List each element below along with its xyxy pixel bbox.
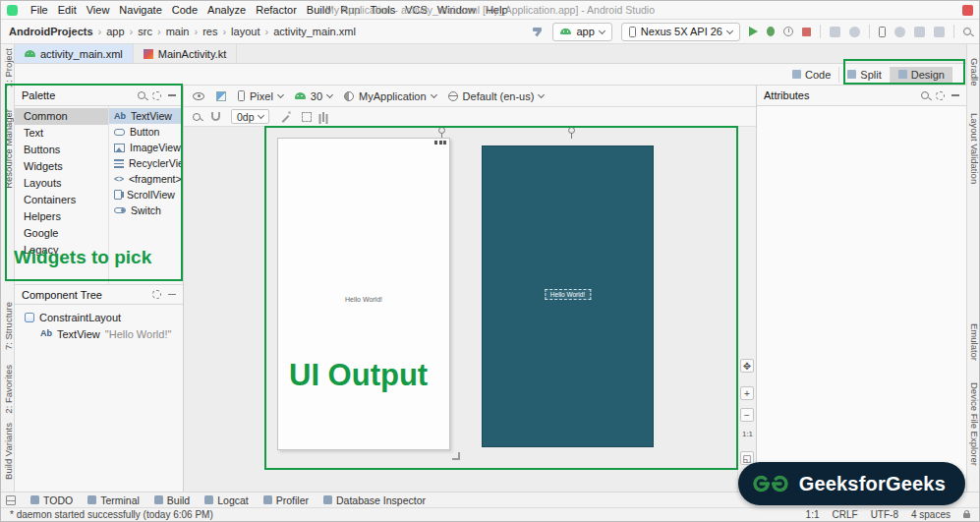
guidelines-icon[interactable] [302,112,312,122]
tool-button-logcat[interactable]: Logcat [204,494,249,506]
indent-selector[interactable]: 4 spaces [911,509,951,520]
menu-navigate[interactable]: Navigate [114,4,166,16]
run-button[interactable] [749,27,758,36]
autoconnect-magnet-icon[interactable] [211,112,220,121]
sidebar-item-build-variants[interactable]: Build Variants [3,423,14,480]
tool-button-build[interactable]: Build [154,494,190,506]
align-icon[interactable] [322,112,324,122]
line-ending-selector[interactable]: CRLF [833,509,858,520]
view-mode-split[interactable]: Split [838,67,889,83]
palette-item-fragment[interactable]: <fragment> [109,171,183,187]
hide-panel-icon[interactable] [168,94,176,96]
profile-button[interactable] [783,27,793,36]
palette-item-recyclerview[interactable]: RecyclerView [109,155,183,171]
coverage-icon[interactable] [849,27,860,37]
search-icon[interactable] [138,91,145,99]
palette-item-textview[interactable]: Ab TextView [109,108,183,124]
menu-analyze[interactable]: Analyze [202,4,251,16]
tree-node-textview[interactable]: Ab TextView "Hello World!" [15,325,183,342]
build-hammer-icon[interactable] [532,26,544,37]
gear-icon[interactable] [152,290,161,299]
sidebar-item-structure[interactable]: 7: Structure [3,302,14,350]
palette-category-legacy[interactable]: Legacy [15,242,108,259]
sdk-manager-icon[interactable] [914,27,925,37]
menu-edit[interactable]: Edit [53,4,82,16]
encoding-selector[interactable]: UTF-8 [871,509,898,520]
sidebar-item-resource-manager[interactable]: Resource Manager [3,109,14,189]
menu-code[interactable]: Code [167,4,202,16]
tool-button-profiler[interactable]: Profiler [263,494,309,506]
sidebar-item-favorites[interactable]: 2: Favorites [3,365,14,414]
zoom-out-icon[interactable]: − [740,408,754,422]
tool-button-terminal[interactable]: Terminal [87,494,140,506]
tab-activity-main-xml[interactable]: activity_main.xml [15,44,134,63]
api-version-dropdown[interactable]: 30 [295,90,332,102]
blueprint-hello-world-text[interactable]: Hello World! [545,289,591,300]
hide-panel-icon[interactable] [168,294,176,296]
resize-handle[interactable] [452,452,460,460]
zoom-icon[interactable] [193,113,201,121]
search-icon[interactable] [921,91,929,99]
sync-project-icon[interactable] [894,27,905,37]
tree-node-constraintlayout[interactable]: ConstraintLayout [15,309,183,325]
palette-item-imageview[interactable]: ImageView [109,140,183,155]
toolwindow-switcher-icon[interactable] [6,495,16,505]
debug-button[interactable] [767,27,775,36]
blueprint-preview-surface[interactable]: Hello World! [482,145,654,447]
run-configuration-dropdown[interactable]: app [552,23,611,41]
sidebar-item-device-file-explorer[interactable]: Device File Explorer [969,382,980,466]
sidebar-item-gradle[interactable]: Gradle [969,58,980,87]
palette-item-switch[interactable]: Switch [109,203,183,218]
palette-category-widgets[interactable]: Widgets [15,158,108,175]
pan-icon[interactable]: ✥ [740,359,754,373]
view-options-icon[interactable] [193,92,204,100]
view-mode-code[interactable]: Code [784,67,838,83]
palette-category-layouts[interactable]: Layouts [15,175,108,192]
breadcrumb-project[interactable]: AndroidProjects [9,26,93,37]
breadcrumb-layout[interactable]: layout [217,26,259,37]
view-mode-design[interactable]: Design [890,67,952,83]
search-everywhere-icon[interactable] [963,28,971,35]
breadcrumb-main[interactable]: main [152,26,190,37]
design-preview-surface[interactable]: Hello World! [277,138,450,450]
lock-icon[interactable] [963,513,970,518]
device-dropdown[interactable]: Nexus 5X API 26 [621,23,740,41]
attach-debugger-icon[interactable] [830,27,840,37]
sidebar-item-layout-validation[interactable]: Layout Validation [969,113,980,184]
stop-button[interactable] [802,28,811,36]
palette-category-helpers[interactable]: Helpers [15,208,108,225]
hide-panel-icon[interactable] [951,94,959,96]
tool-button-todo[interactable]: TODO [30,494,73,506]
breadcrumb-res[interactable]: res [189,26,217,37]
palette-category-buttons[interactable]: Buttons [15,142,108,158]
clear-constraints-icon[interactable] [280,111,291,122]
palette-category-text[interactable]: Text [15,125,108,142]
palette-category-google[interactable]: Google [15,225,108,242]
design-surface-mode-icon[interactable] [216,91,226,101]
breadcrumb-src[interactable]: src [125,26,152,37]
theme-dropdown[interactable]: MyApplication [344,90,435,102]
tool-button-database-inspector[interactable]: Database Inspector [323,494,426,506]
sidebar-item-emulator[interactable]: Emulator [969,323,980,361]
locale-dropdown[interactable]: Default (en-us) [448,90,545,102]
gear-icon[interactable] [152,91,161,100]
zoom-in-icon[interactable]: + [740,386,754,400]
palette-category-containers[interactable]: Containers [15,192,108,208]
breadcrumb-file[interactable]: activity_main.xml [259,26,355,37]
zoom-reset-button[interactable]: 1:1 [739,430,756,438]
palette-category-common[interactable]: Common [15,108,108,125]
preview-hello-world-text[interactable]: Hello World! [278,296,449,303]
menu-refactor[interactable]: Refactor [251,4,302,16]
menu-view[interactable]: View [82,4,115,16]
default-margin-dropdown[interactable]: 0dp [231,109,269,124]
menu-file[interactable]: File [26,4,53,16]
breadcrumb-app[interactable]: app [93,26,125,37]
palette-item-button[interactable]: Button [109,124,183,140]
tab-mainactivity-kt[interactable]: MainActivity.kt [134,44,237,63]
design-canvas[interactable]: Hello World! Hello World! ✥ + − 1:1 ◱ [184,127,756,492]
palette-item-scrollview[interactable]: ScrollView [109,187,183,203]
device-manager-icon[interactable] [879,27,886,37]
caret-position[interactable]: 1:1 [806,509,820,520]
device-for-preview-dropdown[interactable]: Pixel [238,90,283,102]
gear-icon[interactable] [936,91,945,100]
